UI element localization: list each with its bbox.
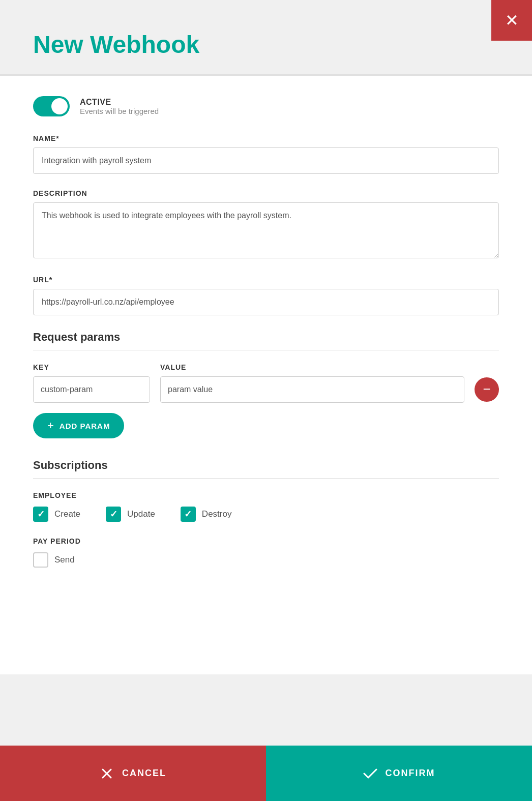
footer-actions: CANCEL CONFIRM [0, 746, 532, 801]
value-column-label: VALUE [160, 363, 499, 371]
cancel-icon [100, 766, 114, 781]
employee-checkboxes: ✓ Create ✓ Update ✓ Destroy [33, 507, 499, 522]
minus-icon: − [483, 382, 490, 396]
employee-subscription-group: EMPLOYEE ✓ Create ✓ Update ✓ [33, 491, 499, 522]
remove-param-button[interactable]: − [475, 377, 499, 402]
active-toggle[interactable] [33, 96, 70, 116]
description-label: DESCRIPTION [33, 189, 499, 197]
url-input[interactable] [33, 289, 499, 315]
employee-group-label: EMPLOYEE [33, 491, 499, 499]
toggle-track [33, 96, 70, 116]
url-label: URL* [33, 276, 499, 284]
confirm-button[interactable]: CONFIRM [266, 746, 532, 801]
checkbox-send-box-empty [33, 552, 48, 568]
toggle-label: ACTIVE [80, 98, 159, 107]
confirm-icon [363, 766, 377, 781]
close-icon: ✕ [505, 12, 519, 28]
description-field-group: DESCRIPTION This webhook is used to inte… [33, 189, 499, 260]
checkbox-create-box: ✓ [33, 507, 48, 522]
checkbox-create-label: Create [54, 509, 80, 519]
checkmark-icon: ✓ [110, 509, 117, 520]
subscriptions-title: Subscriptions [33, 459, 499, 479]
checkmark-icon: ✓ [184, 509, 192, 520]
request-params-section: Request params KEY VALUE − + ADD PARAM [33, 331, 499, 438]
toggle-labels: ACTIVE Events will be triggered [80, 98, 159, 115]
employee-create-checkbox[interactable]: ✓ Create [33, 507, 80, 522]
page-title: New Webhook [33, 31, 499, 58]
footer-spacer [33, 588, 499, 654]
url-field-group: URL* [33, 276, 499, 315]
subscriptions-section: Subscriptions EMPLOYEE ✓ Create ✓ Update [33, 459, 499, 568]
toggle-sublabel: Events will be triggered [80, 107, 159, 115]
checkbox-send-label: Send [54, 555, 75, 565]
param-row: − [33, 376, 499, 403]
param-column-headers: KEY VALUE [33, 363, 499, 371]
confirm-label: CONFIRM [386, 768, 435, 779]
checkbox-destroy-box: ✓ [181, 507, 196, 522]
checkbox-destroy-label: Destroy [202, 509, 232, 519]
form-content: ACTIVE Events will be triggered NAME* DE… [0, 76, 532, 674]
toggle-thumb [51, 98, 68, 114]
param-key-input[interactable] [33, 376, 150, 403]
request-params-title: Request params [33, 331, 499, 350]
name-input[interactable] [33, 147, 499, 174]
name-field-group: NAME* [33, 134, 499, 174]
employee-destroy-checkbox[interactable]: ✓ Destroy [181, 507, 232, 522]
close-button[interactable]: ✕ [491, 0, 532, 41]
pay-period-group-label: PAY PERIOD [33, 537, 499, 545]
key-column-label: KEY [33, 363, 150, 371]
add-param-label: ADD PARAM [60, 422, 110, 430]
cancel-button[interactable]: CANCEL [0, 746, 266, 801]
pay-period-checkboxes: Send [33, 552, 499, 568]
pay-period-send-checkbox[interactable]: Send [33, 552, 75, 568]
add-param-button[interactable]: + ADD PARAM [33, 413, 124, 438]
plus-icon: + [47, 420, 54, 431]
toggle-section: ACTIVE Events will be triggered [33, 96, 499, 116]
checkbox-update-box: ✓ [106, 507, 121, 522]
employee-update-checkbox[interactable]: ✓ Update [106, 507, 155, 522]
name-label: NAME* [33, 134, 499, 142]
header: ✕ New Webhook [0, 0, 532, 74]
cancel-label: CANCEL [122, 768, 166, 779]
checkbox-update-label: Update [127, 509, 155, 519]
param-value-input[interactable] [160, 376, 464, 403]
checkmark-icon: ✓ [37, 509, 45, 520]
description-textarea[interactable]: This webhook is used to integrate employ… [33, 202, 499, 258]
pay-period-subscription-group: PAY PERIOD Send [33, 537, 499, 568]
